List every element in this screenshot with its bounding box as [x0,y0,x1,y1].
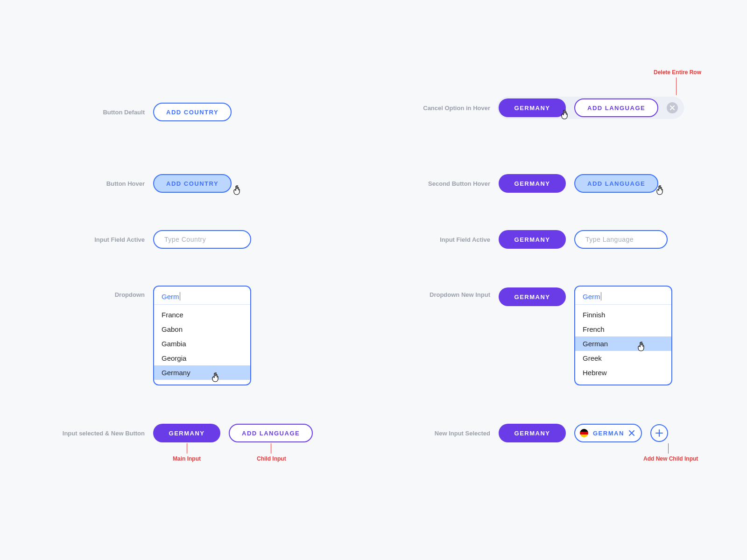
state-label: Dropdown [0,291,145,298]
dropdown-option[interactable]: French [575,322,671,336]
placeholder-text: Type Language [585,236,634,243]
annotation-child-input: Child Input [257,455,286,462]
dropdown-input[interactable]: Germ [154,287,250,305]
placeholder-text: Type Country [164,236,206,243]
annotation-add-child: Add New Child Input [643,455,698,462]
add-country-button-hover[interactable]: ADD COUNTRY [153,174,232,193]
selected-country-chip[interactable]: GERMANY [499,424,566,442]
dropdown-option[interactable]: France [154,308,250,322]
state-label: Cancel Option in Hover [336,105,490,112]
annotation-line [668,443,669,454]
state-label: Second Button Hover [336,180,490,187]
dropdown-option-label: German [583,340,608,348]
selected-country-chip[interactable]: GERMANY [499,98,566,117]
selected-country-chip[interactable]: GERMANY [499,287,566,306]
text-caret-icon [601,292,601,301]
selected-country-chip[interactable]: GERMANY [153,424,220,442]
state-label: Button Hover [0,180,145,187]
dropdown-option[interactable]: Gambia [154,336,250,351]
dropdown-option[interactable]: Hebrew [575,365,671,380]
text-caret-icon [180,292,180,301]
state-label: New Input Selected [336,430,490,437]
close-icon [629,430,634,436]
delete-row-button[interactable] [667,102,678,113]
remove-chip-button[interactable] [629,430,634,436]
typed-text: Germ [583,293,600,301]
add-child-input-button[interactable] [650,424,668,442]
dropdown-option-label: Germany [162,369,190,377]
close-icon [670,105,675,110]
annotation-delete-row: Delete Entire Row [654,69,701,76]
language-input[interactable]: Type Language [574,230,668,249]
dropdown-option-hover[interactable]: German [575,336,671,351]
add-language-button[interactable]: ADD LANGUAGE [229,424,313,442]
country-input[interactable]: Type Country [153,230,251,249]
selected-country-chip[interactable]: GERMANY [499,174,566,193]
annotation-line [187,443,187,454]
dropdown-option[interactable]: Greek [575,351,671,365]
dropdown-option-hover[interactable]: Germany [154,365,250,380]
pointer-cursor-icon [559,110,570,121]
state-label: Input Field Active [0,236,145,243]
state-label: Input selected & New Button [0,430,145,437]
chip-label: GERMAN [593,430,624,437]
pointer-cursor-icon [232,185,242,196]
dropdown-option[interactable]: Finnish [575,308,671,322]
dropdown-input[interactable]: Germ [575,287,671,305]
annotation-line [271,443,271,454]
state-label: Button Default [0,109,145,116]
language-dropdown[interactable]: Germ Finnish French German Greek Hebrew [574,286,672,385]
add-language-button-hover[interactable]: ADD LANGUAGE [574,174,658,193]
dropdown-option[interactable]: Georgia [154,351,250,365]
state-label: Dropdown New Input [336,291,490,298]
plus-icon [655,429,663,437]
state-label: Input Field Active [336,236,490,243]
add-country-button[interactable]: ADD COUNTRY [153,103,232,121]
selected-country-chip[interactable]: GERMANY [499,230,566,249]
typed-text: Germ [162,293,179,301]
country-dropdown[interactable]: Germ France Gabon Gambia Georgia Germany [153,286,251,385]
germany-flag-icon [580,429,588,437]
selected-language-chip[interactable]: GERMAN [574,424,642,442]
dropdown-option[interactable]: Gabon [154,322,250,336]
add-language-button[interactable]: ADD LANGUAGE [574,98,658,117]
annotation-main-input: Main Input [173,455,201,462]
chip-label: GERMANY [514,105,550,112]
annotation-line [676,77,677,95]
